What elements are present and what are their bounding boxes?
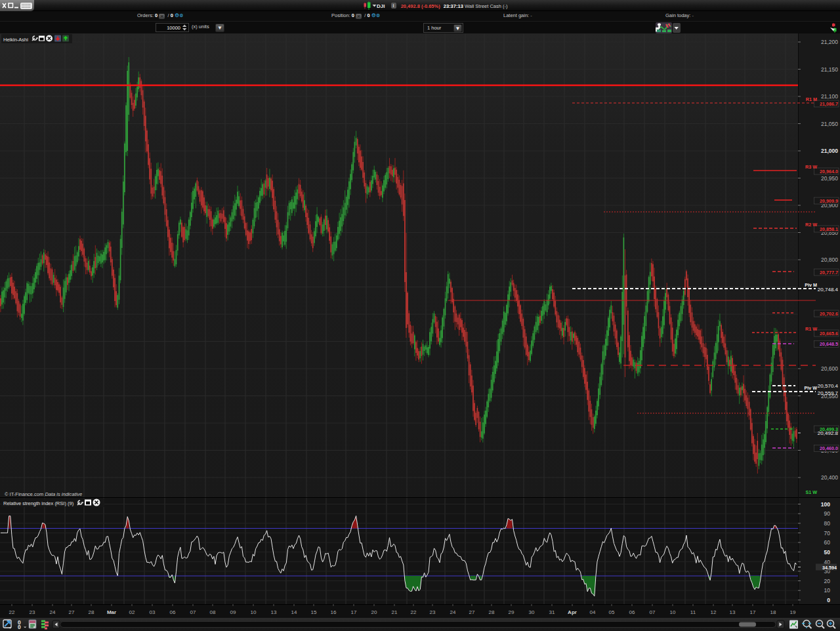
svg-text:20,559.7: 20,559.7 (818, 390, 839, 396)
svg-text:Mar: Mar (107, 609, 116, 615)
svg-text:© IT-Finance.com Data is indic: © IT-Finance.com Data is indicative (5, 491, 82, 497)
svg-text:27: 27 (69, 609, 75, 615)
svg-text:13: 13 (271, 609, 277, 615)
svg-text:20,858.1: 20,858.1 (820, 226, 838, 232)
svg-text:20,460.0: 20,460.0 (820, 445, 838, 451)
svg-text:R2 W: R2 W (805, 222, 817, 228)
svg-text:21,000: 21,000 (821, 148, 838, 154)
svg-text:21,150: 21,150 (821, 66, 838, 73)
svg-text:18: 18 (770, 609, 776, 615)
svg-text:24: 24 (50, 609, 56, 615)
svg-text:07: 07 (650, 609, 656, 615)
svg-text:23: 23 (30, 609, 35, 615)
svg-text:20,777.7: 20,777.7 (820, 270, 838, 275)
svg-text:10: 10 (251, 609, 257, 615)
svg-text:16: 16 (331, 609, 337, 615)
svg-text:R1 W: R1 W (805, 326, 817, 332)
svg-text:20,492.8: 20,492.8 (818, 430, 839, 436)
svg-text:17: 17 (351, 609, 357, 615)
svg-text:34.594: 34.594 (822, 565, 837, 571)
svg-text:27: 27 (469, 609, 475, 615)
svg-text:60: 60 (824, 539, 831, 546)
svg-text:21,086.7: 21,086.7 (820, 101, 838, 107)
svg-text:10: 10 (824, 587, 831, 594)
svg-text:20,964.0: 20,964.0 (820, 169, 838, 174)
svg-text:20: 20 (824, 578, 831, 584)
svg-text:20,648.5: 20,648.5 (820, 341, 838, 347)
svg-text:11: 11 (690, 609, 696, 615)
svg-text:15: 15 (311, 609, 317, 615)
svg-text:100: 100 (821, 501, 830, 508)
svg-text:21,200: 21,200 (821, 39, 838, 45)
svg-text:80: 80 (824, 520, 831, 527)
svg-text:22: 22 (411, 609, 417, 615)
svg-text:12: 12 (711, 609, 717, 615)
svg-text:29: 29 (509, 609, 514, 615)
svg-text:02: 02 (129, 609, 135, 615)
svg-text:Piv W: Piv W (804, 385, 817, 391)
svg-text:17: 17 (750, 609, 756, 615)
svg-text:14: 14 (291, 609, 297, 615)
svg-text:30: 30 (529, 609, 535, 615)
svg-text:10: 10 (670, 609, 676, 615)
svg-text:R3 W: R3 W (805, 164, 817, 170)
svg-text:13: 13 (730, 609, 736, 615)
svg-text:28: 28 (489, 609, 495, 615)
svg-text:31: 31 (549, 609, 555, 615)
svg-text:R1 M: R1 M (806, 96, 817, 102)
svg-text:24: 24 (450, 609, 456, 615)
svg-text:0: 0 (18, 624, 21, 630)
svg-text:20,600: 20,600 (821, 365, 838, 372)
svg-text:Piv M: Piv M (805, 282, 817, 288)
svg-text:20: 20 (371, 609, 377, 615)
svg-text:06: 06 (629, 609, 635, 615)
svg-text:09: 09 (230, 609, 236, 615)
svg-text:05: 05 (609, 609, 615, 615)
svg-text:70: 70 (824, 530, 831, 537)
svg-text:21,100: 21,100 (821, 93, 838, 100)
svg-text:20,570.4: 20,570.4 (818, 383, 839, 389)
svg-text:19: 19 (790, 609, 796, 615)
svg-text:04: 04 (590, 609, 596, 615)
svg-text:23: 23 (430, 609, 436, 615)
svg-text:20,665.6: 20,665.6 (820, 331, 838, 336)
svg-text:Apr: Apr (568, 609, 577, 615)
svg-text:20,702.6: 20,702.6 (820, 311, 838, 317)
svg-text:50: 50 (824, 549, 831, 556)
svg-text:20,400: 20,400 (821, 474, 838, 481)
svg-text:22: 22 (9, 609, 15, 615)
svg-text:21: 21 (392, 609, 398, 615)
svg-text:20,800: 20,800 (821, 256, 838, 263)
svg-text:90: 90 (824, 510, 831, 517)
svg-text:21,050: 21,050 (821, 121, 838, 127)
svg-text:07: 07 (190, 609, 196, 615)
svg-text:20,950: 20,950 (821, 175, 838, 182)
svg-text:20,909.9: 20,909.9 (820, 198, 838, 204)
svg-text:08: 08 (210, 609, 216, 615)
svg-text:0: 0 (827, 597, 830, 603)
svg-text:20,748.4: 20,748.4 (818, 287, 839, 293)
svg-text:S1 W: S1 W (805, 489, 817, 495)
svg-text:03: 03 (150, 609, 156, 615)
svg-text:06: 06 (170, 609, 176, 615)
svg-text:28: 28 (89, 609, 94, 615)
